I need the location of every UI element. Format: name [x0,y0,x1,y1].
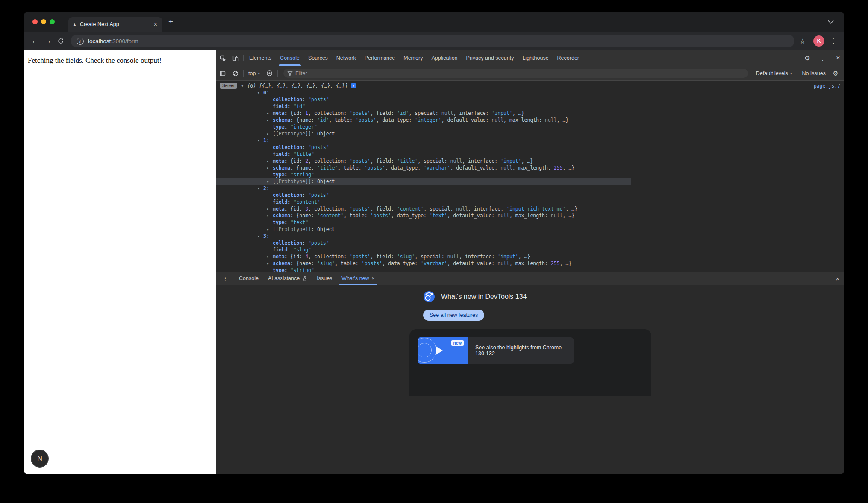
console-token: 'input' [491,110,512,117]
new-tab-button[interactable]: + [168,17,173,26]
back-button[interactable]: ← [29,37,41,45]
divider [243,70,244,77]
console-token: , interface: [459,253,497,260]
device-toolbar-button[interactable] [229,53,242,64]
url-bar[interactable]: i localhost:3000/form [71,35,794,47]
tab-close-icon[interactable]: × [153,21,158,28]
expand-caret-icon[interactable]: ▾ [257,185,263,192]
console-token: , max_length: [509,260,551,267]
bookmark-star-icon[interactable]: ☆ [800,37,806,45]
console-token: : [302,96,308,103]
console-token: "string" [291,267,314,272]
drawer-tab-close-icon[interactable]: × [372,275,375,281]
expand-caret-icon[interactable]: ▾ [257,89,263,96]
console-info-icon[interactable]: i [351,83,356,88]
console-token: , …} [560,260,572,267]
console-token: : [311,178,317,185]
devtools-tab-memory[interactable]: Memory [399,50,427,66]
expand-caret-icon[interactable]: ▾ [257,233,263,240]
drawer-more-tools-icon[interactable]: ⋮ [219,273,232,284]
devtools-tab-elements[interactable]: Elements [245,50,276,66]
expand-caret-icon[interactable]: ▸ [267,205,273,212]
site-info-icon[interactable]: i [77,38,84,45]
console-token: , data_type: [382,260,421,267]
drawer-tab-ai-assistance[interactable]: AI assistance [263,272,312,285]
devtools-tab-network[interactable]: Network [332,50,360,66]
devtools-tab-sources[interactable]: Sources [304,50,332,66]
expand-caret-icon[interactable]: ▾ [241,82,247,89]
drawer-tabs: ConsoleAI assistanceIssuesWhat's new× [234,272,380,285]
drawer-tab-label: What's new [341,275,369,281]
expand-caret-icon[interactable]: ▸ [267,130,273,137]
maximize-window-button[interactable] [50,19,55,24]
log-levels-dropdown[interactable]: Default levels ▾ [753,70,796,76]
highlights-link[interactable]: See also the highlights from Chrome 130-… [468,337,574,364]
expand-caret-icon[interactable]: ▸ [267,212,273,219]
devtools-tab-application[interactable]: Application [427,50,462,66]
close-window-button[interactable] [32,19,38,24]
browser-window: ▲ Create Next App × + ← → i localhost:30… [24,12,844,474]
console-token: collection [273,144,302,151]
console-token: "title" [293,151,314,158]
console-settings-icon[interactable]: ⚙ [829,68,842,79]
console-token: Object [317,226,335,233]
expand-caret-icon[interactable]: ▸ [267,158,273,164]
browser-tab[interactable]: ▲ Create Next App × [68,17,162,32]
devtools-tab-performance[interactable]: Performance [360,50,400,66]
javascript-context-dropdown[interactable]: top ▾ [245,70,263,76]
console-log-line: field: "content" [216,199,844,205]
console-token: schema [273,260,291,267]
reload-button[interactable] [54,38,67,44]
console-log-line: type: "string" [216,267,844,272]
inspect-element-button[interactable] [216,53,229,64]
forward-button[interactable]: → [41,37,54,45]
expand-caret-icon[interactable]: ▸ [267,164,273,171]
profile-avatar[interactable]: K [813,35,824,47]
clear-console-icon[interactable] [229,68,242,79]
expand-caret-icon[interactable]: ▸ [267,110,273,117]
expand-caret-icon[interactable]: ▸ [267,178,273,185]
console-token: , default_value: [441,117,492,123]
console-token: , max_length: [503,117,545,123]
nextjs-dev-indicator-button[interactable]: N [31,450,49,468]
console-token: "text" [291,219,309,226]
drawer-tab-what-s-new[interactable]: What's new× [337,272,379,285]
devtools-settings-icon[interactable]: ⚙ [801,53,814,64]
highlights-media-row[interactable]: new See also the highlights from Chrome … [418,337,574,364]
console-token: : [266,233,269,240]
drawer-tab-issues[interactable]: Issues [312,272,337,285]
devtools-tab-privacy-and-security[interactable]: Privacy and security [462,50,518,66]
expand-caret-icon[interactable]: ▸ [267,253,273,260]
context-label: top [248,70,256,76]
console-token: , max_length: [509,212,551,219]
minimize-window-button[interactable] [41,19,46,24]
issues-counter[interactable]: No Issues [798,70,829,76]
console-sidebar-toggle-icon[interactable] [216,68,229,79]
drawer-tab-console[interactable]: Console [234,272,263,285]
console-filter-input[interactable] [283,69,748,78]
expand-caret-icon[interactable]: ▸ [267,260,273,267]
video-thumbnail[interactable]: new [418,337,468,364]
devtools-menu-icon[interactable]: ⋮ [816,53,829,64]
console-token: , table: [344,212,370,219]
tab-search-chevron-icon[interactable] [828,18,834,24]
see-all-features-button[interactable]: See all new features [423,310,484,321]
live-expression-icon[interactable] [263,68,276,79]
devtools-tab-console[interactable]: Console [276,50,304,66]
devtools-tab-lighthouse[interactable]: Lighthouse [518,50,553,66]
expand-caret-icon[interactable]: ▾ [257,137,263,144]
console-token: : {id: [285,253,305,260]
devtools-close-icon[interactable]: × [832,53,844,64]
devtools-tabs: ElementsConsoleSourcesNetworkPerformance… [245,50,583,66]
devtools-tab-recorder[interactable]: Recorder [553,50,583,66]
expand-caret-icon[interactable]: ▸ [267,226,273,233]
drawer-close-icon[interactable]: × [836,275,839,282]
browser-menu-icon[interactable]: ⋮ [830,37,837,45]
console-token: 1 [305,110,308,117]
console-token: 'posts' [365,164,385,171]
console-token: meta [273,110,285,117]
expand-caret-icon[interactable]: ▸ [267,117,273,123]
source-link[interactable]: page.js:7 [814,82,840,89]
console-token: "integer" [291,123,317,130]
browser-toolbar: ← → i localhost:3000/form ☆ K ⋮ [24,32,844,50]
